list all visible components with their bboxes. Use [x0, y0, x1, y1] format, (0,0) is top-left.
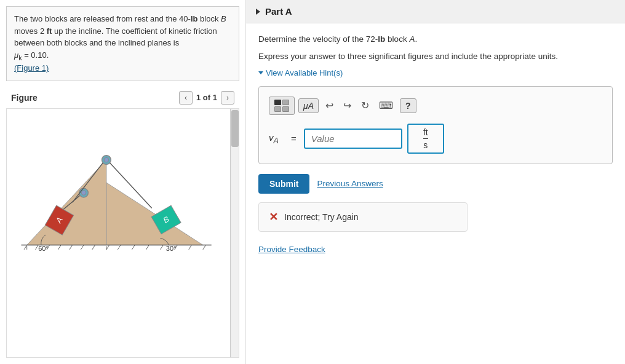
unit-numerator: ft — [423, 127, 428, 139]
reset-btn[interactable]: ↻ — [358, 98, 372, 113]
help-btn-label: ? — [405, 101, 411, 111]
right-content: Determine the velocity of the 72-lb bloc… — [246, 23, 625, 264]
scroll-thumb — [231, 110, 239, 147]
figure-area: A B 60° 30° — [6, 108, 239, 358]
toolbar: μA ↩ ↪ ↻ ⌨ ? — [269, 97, 602, 115]
figure-1-link[interactable]: (Figure 1) — [14, 63, 49, 73]
figure-nav: ‹ 1 of 1 › — [179, 91, 234, 105]
right-panel: Part A Determine the velocity of the 72-… — [246, 0, 625, 364]
keyboard-btn[interactable]: ⌨ — [376, 98, 396, 113]
help-btn[interactable]: ? — [400, 98, 416, 113]
svg-text:60°: 60° — [38, 245, 49, 252]
left-panel: The two blocks are released from rest an… — [0, 0, 246, 364]
greek-btn[interactable]: μA — [298, 98, 319, 113]
redo-btn[interactable]: ↪ — [340, 98, 354, 113]
hint-arrow-icon — [258, 71, 263, 74]
input-row: vA = ft s — [269, 124, 602, 154]
previous-answers-link[interactable]: Previous Answers — [317, 179, 383, 188]
answer-box: μA ↩ ↪ ↻ ⌨ ? vA = — [258, 86, 613, 164]
collapse-icon[interactable] — [256, 9, 260, 15]
action-row: Submit Previous Answers — [258, 174, 613, 194]
incorrect-icon: ✕ — [269, 210, 278, 224]
incorrect-message: Incorrect; Try Again — [284, 212, 359, 222]
greek-btn-label: μA — [303, 101, 314, 111]
feedback-link[interactable]: Provide Feedback — [258, 245, 325, 254]
value-input[interactable] — [304, 129, 402, 149]
hint-link[interactable]: View Available Hint(s) — [258, 68, 613, 77]
unit-box: ft s — [407, 124, 444, 154]
unit-denominator: s — [423, 140, 428, 150]
figure-header: Figure ‹ 1 of 1 › — [6, 87, 239, 108]
svg-text:30°: 30° — [166, 245, 177, 252]
svg-point-24 — [81, 191, 86, 195]
prev-figure-btn[interactable]: ‹ — [179, 91, 193, 105]
undo-btn[interactable]: ↩ — [322, 98, 336, 113]
svg-point-22 — [104, 157, 108, 162]
problem-desc-2: Express your answer to three significant… — [258, 50, 613, 63]
physics-diagram: A B 60° 30° — [7, 109, 234, 256]
hint-link-text: View Available Hint(s) — [266, 68, 343, 77]
part-a-title: Part A — [265, 6, 292, 17]
figure-scrollbar[interactable] — [230, 109, 239, 357]
var-label: vA — [269, 132, 286, 145]
figure-count: 1 of 1 — [196, 93, 217, 102]
next-figure-btn[interactable]: › — [221, 91, 234, 105]
part-a-header: Part A — [246, 0, 625, 23]
incorrect-box: ✕ Incorrect; Try Again — [258, 202, 468, 232]
matrix-btn[interactable] — [269, 97, 295, 115]
submit-button[interactable]: Submit — [258, 174, 309, 194]
problem-text: The two blocks are released from rest an… — [6, 6, 239, 81]
figure-label: Figure — [11, 93, 38, 103]
problem-desc-1: Determine the velocity of the 72-lb bloc… — [258, 33, 613, 46]
